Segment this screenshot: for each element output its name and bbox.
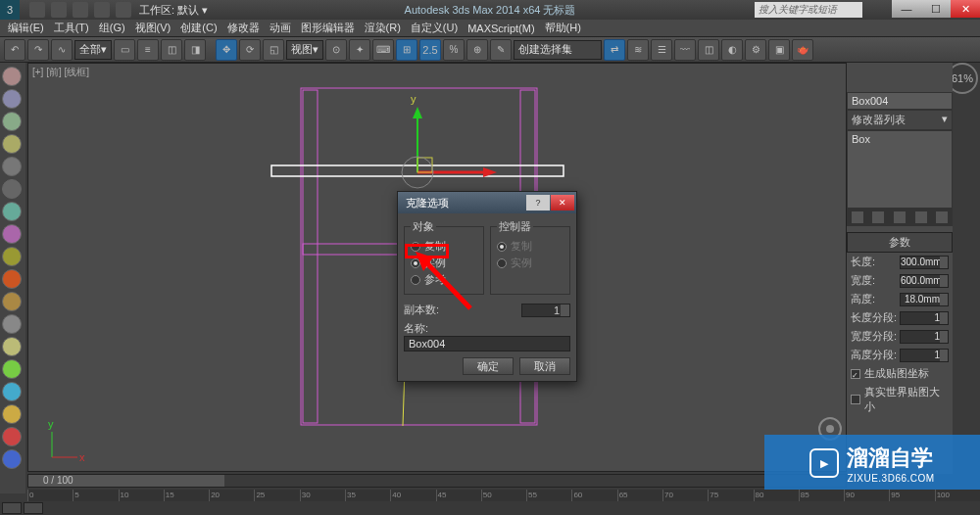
- viewport-scrollbar-h[interactable]: [27, 474, 847, 488]
- lt-sphere11-icon[interactable]: [2, 292, 22, 311]
- clone-name-input[interactable]: Box004: [404, 336, 570, 351]
- show-end-result-icon[interactable]: [872, 211, 884, 223]
- dialog-close-button[interactable]: ✕: [551, 195, 574, 211]
- link-icon[interactable]: ∿: [51, 39, 73, 61]
- angle-snap-icon[interactable]: 2.5: [419, 39, 441, 61]
- snap-toggle-icon[interactable]: ⊞: [396, 39, 417, 61]
- render-frame-icon[interactable]: ▣: [768, 39, 790, 61]
- menu-customize[interactable]: 自定义(U): [407, 21, 462, 35]
- modifier-list-dropdown[interactable]: 修改器列表▾: [847, 110, 953, 130]
- help-search-input[interactable]: 搜入关键字或短语: [755, 2, 862, 18]
- object-name-field[interactable]: Box004: [847, 92, 953, 110]
- lt-sphere17-icon[interactable]: [2, 427, 22, 446]
- real-world-map-checkbox[interactable]: [851, 395, 860, 404]
- lt-sphere12-icon[interactable]: [2, 314, 22, 334]
- close-button[interactable]: ✕: [951, 0, 980, 18]
- move-icon[interactable]: ✥: [216, 39, 237, 61]
- scale-icon[interactable]: ◱: [263, 39, 284, 61]
- lt-sphere2-icon[interactable]: [2, 89, 22, 109]
- minimize-button[interactable]: —: [892, 0, 921, 18]
- percent-snap-icon[interactable]: %: [443, 39, 465, 61]
- lt-sphere8-icon[interactable]: [2, 224, 22, 244]
- modifier-stack[interactable]: Box: [847, 130, 953, 209]
- render-setup-icon[interactable]: ⚙: [745, 39, 766, 61]
- qat-redo-icon[interactable]: [116, 2, 131, 18]
- menu-modifiers[interactable]: 修改器: [223, 21, 264, 35]
- menu-graph-editors[interactable]: 图形编辑器: [297, 21, 359, 35]
- keyboard-shortcut-icon[interactable]: ⌨: [372, 39, 394, 61]
- menu-rendering[interactable]: 渲染(R): [361, 21, 405, 35]
- dialog-titlebar[interactable]: 克隆选项 ? ✕: [398, 192, 576, 213]
- menu-maxscript[interactable]: MAXScript(M): [464, 23, 538, 34]
- qat-open-icon[interactable]: [51, 2, 67, 18]
- lt-sphere14-icon[interactable]: [2, 359, 22, 379]
- named-selection-dropdown[interactable]: 创建选择集: [514, 40, 602, 60]
- menu-tools[interactable]: 工具(T): [50, 21, 93, 35]
- menu-animation[interactable]: 动画: [266, 21, 295, 35]
- schematic-view-icon[interactable]: ◫: [698, 39, 719, 61]
- qat-undo-icon[interactable]: [94, 2, 110, 18]
- configure-sets-icon[interactable]: [936, 211, 948, 223]
- menu-views[interactable]: 视图(V): [131, 21, 175, 35]
- select-region-icon[interactable]: ◫: [161, 39, 182, 61]
- lt-sphere7-icon[interactable]: [2, 202, 22, 221]
- curve-editor-icon[interactable]: 〰: [674, 39, 696, 61]
- spinner-snap-icon[interactable]: ⊕: [466, 39, 488, 61]
- wseg-spinner[interactable]: 1: [900, 330, 949, 344]
- prompt-icon[interactable]: [24, 502, 43, 514]
- lt-sphere18-icon[interactable]: [2, 449, 22, 469]
- render-icon[interactable]: 🫖: [792, 39, 813, 61]
- app-logo-icon[interactable]: 3: [0, 0, 20, 20]
- cancel-button[interactable]: 取消: [519, 357, 570, 375]
- select-by-name-icon[interactable]: ≡: [137, 39, 159, 61]
- lt-sphere10-icon[interactable]: [2, 269, 22, 289]
- lt-sphere9-icon[interactable]: [2, 247, 22, 266]
- lt-sphere13-icon[interactable]: [2, 337, 22, 356]
- maxscript-listener-icon[interactable]: [2, 502, 22, 514]
- ok-button[interactable]: 确定: [463, 357, 514, 375]
- pin-stack-icon[interactable]: [852, 211, 863, 223]
- lt-sphere1-icon[interactable]: [2, 67, 22, 86]
- lt-sphere15-icon[interactable]: [2, 382, 22, 401]
- obj-instance-radio[interactable]: [411, 258, 420, 268]
- menu-group[interactable]: 组(G): [95, 21, 129, 35]
- menu-help[interactable]: 帮助(H): [541, 21, 585, 35]
- ref-coord-dropdown[interactable]: 视图 ▾: [286, 40, 323, 60]
- dialog-help-button[interactable]: ?: [526, 195, 550, 211]
- material-editor-icon[interactable]: ◐: [721, 39, 743, 61]
- remove-modifier-icon[interactable]: [915, 211, 927, 223]
- undo-icon[interactable]: ↶: [4, 39, 25, 61]
- layers-icon[interactable]: ☰: [651, 39, 672, 61]
- make-unique-icon[interactable]: [894, 211, 906, 223]
- maximize-button[interactable]: ☐: [921, 0, 951, 18]
- mirror-icon[interactable]: ⇄: [604, 39, 625, 61]
- window-crossing-icon[interactable]: ◨: [184, 39, 206, 61]
- length-spinner[interactable]: 300.0mm: [900, 256, 949, 269]
- qat-new-icon[interactable]: [29, 2, 45, 18]
- align-icon[interactable]: ≋: [627, 39, 649, 61]
- time-slider[interactable]: 0510152025303540455055606570758085909510…: [27, 490, 980, 501]
- gen-map-coords-checkbox[interactable]: [851, 369, 860, 379]
- lt-sphere6-icon[interactable]: [2, 179, 22, 199]
- params-rollout-header[interactable]: 参数: [847, 232, 953, 253]
- selection-filter-dropdown[interactable]: 全部 ▾: [74, 40, 112, 60]
- lt-sphere3-icon[interactable]: [2, 112, 22, 131]
- hseg-spinner[interactable]: 1: [900, 349, 949, 362]
- rotate-icon[interactable]: ⟳: [239, 39, 261, 61]
- lt-sphere5-icon[interactable]: [2, 157, 22, 176]
- obj-reference-radio[interactable]: [411, 275, 420, 285]
- menu-create[interactable]: 创建(C): [176, 21, 220, 35]
- width-spinner[interactable]: 600.0mm: [900, 274, 949, 288]
- lt-sphere16-icon[interactable]: [2, 404, 22, 424]
- edit-named-sel-icon[interactable]: ✎: [490, 39, 512, 61]
- obj-copy-radio[interactable]: [411, 242, 420, 252]
- use-pivot-icon[interactable]: ⊙: [325, 39, 347, 61]
- redo-icon[interactable]: ↷: [27, 39, 49, 61]
- lseg-spinner[interactable]: 1: [900, 311, 949, 325]
- qat-save-icon[interactable]: [73, 2, 88, 18]
- select-manipulate-icon[interactable]: ✦: [349, 39, 370, 61]
- lt-sphere4-icon[interactable]: [2, 134, 22, 154]
- select-object-icon[interactable]: ▭: [114, 39, 135, 61]
- copies-spinner[interactable]: 1: [521, 304, 570, 317]
- height-spinner[interactable]: 18.0mm: [900, 293, 949, 306]
